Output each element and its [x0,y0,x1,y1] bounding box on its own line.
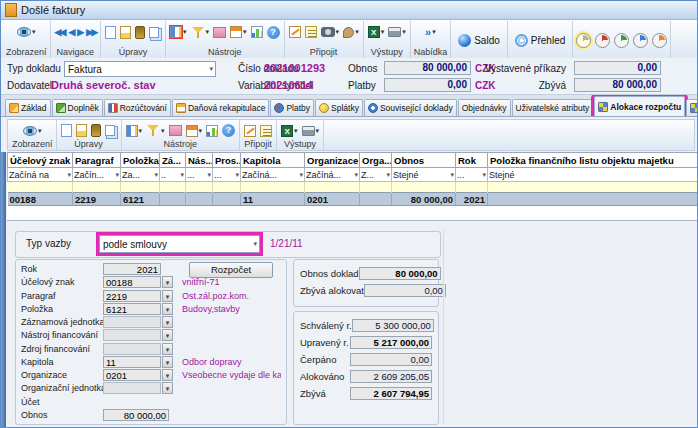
column-header-nas[interactable]: Nás... [186,153,213,168]
alloc-excel-button[interactable]: ▾ [280,124,299,138]
filter-cell[interactable]: ...▾ [456,168,488,182]
kapitola-lookup-button[interactable]: ▾ [162,356,173,368]
chart-button[interactable] [250,25,264,39]
new-record-button[interactable] [104,25,117,40]
paragraf-field[interactable]: 2219 [103,290,161,302]
obnos-field[interactable]: 80 000,00 [103,409,169,421]
column-header-rok[interactable]: Rok [456,153,488,168]
nav-prev-button[interactable]: ◀ [67,24,74,40]
camera-button[interactable]: ▾ [320,26,341,38]
nastroj-financovani-field[interactable] [103,329,161,341]
pie-quadrant-green-icon[interactable] [614,33,629,48]
grid-data-row[interactable]: 00188 2219 6121 11 0201 80 000,00 2021 [8,193,698,206]
zdroj-financovani-lookup-button[interactable]: ▾ [162,343,173,355]
excel-export-button[interactable]: ▾ [367,25,386,39]
column-header-organizace[interactable]: Organizace [305,153,360,168]
organizace-lookup-button[interactable]: ▾ [162,369,173,381]
ucelovy-znak-lookup-button[interactable]: ▾ [162,276,173,288]
filter-cell[interactable]: Začíná...▾ [305,168,360,182]
filter-cell[interactable]: ..▾ [160,168,186,182]
edit-record-button[interactable] [119,25,132,40]
vertical-splitter[interactable] [443,229,445,424]
zaznamova-jednotka-lookup-button[interactable]: ▾ [162,316,173,328]
column-header-kapitola[interactable]: Kapitola [241,153,305,168]
help-button[interactable] [266,25,281,40]
organizacni-jednotka-lookup-button[interactable]: ▾ [162,382,173,394]
filter-button[interactable]: ▾ [190,25,211,40]
tab-alokace-rozpoctu[interactable]: Alokace rozpočtu [594,96,685,116]
prehled-button[interactable]: Přehled [511,34,569,47]
nastroj-financovani-lookup-button[interactable]: ▾ [162,329,173,341]
typ-dokladu-combobox[interactable]: Faktura▾ [64,61,216,77]
saldo-button[interactable]: Saldo [454,34,504,47]
column-header-obnos[interactable]: Obnos [392,153,456,168]
alloc-view-mode-button[interactable]: ▾ [22,125,43,137]
filter-cell[interactable]: ...▾ [186,168,213,182]
typ-vazby-combobox[interactable]: podle smlouvy▾ [99,235,260,253]
filter-cell[interactable]: Začíná na▾ [8,168,73,182]
delete-record-button[interactable] [134,25,146,40]
alloc-columns-button[interactable]: ▾ [125,124,144,138]
organizace-field[interactable]: 0201 [103,369,161,381]
column-header-paragraf[interactable]: Paragraf [73,153,121,168]
filter-cell[interactable]: Začín...▾ [73,168,121,182]
filter-cell[interactable]: Stejné [488,168,698,182]
zdroj-financovani-field[interactable] [103,343,161,355]
tab-danova-rekapitulace[interactable]: Daňová rekapitulace [172,99,270,116]
organizacni-jednotka-field[interactable] [103,382,161,394]
alloc-copy-button[interactable] [104,124,118,137]
filter-cell[interactable]: Začíná...▾ [241,168,305,182]
tab-objednavky[interactable]: Objednávky [458,99,511,116]
clip-button[interactable]: ▾ [342,26,360,39]
grid-new-filter-row[interactable] [8,182,698,193]
pie-quadrant-gray-icon[interactable] [576,33,591,48]
tab-rozuctovani[interactable]: Rozúčtování [104,99,171,116]
paragraf-lookup-button[interactable]: ▾ [162,290,173,302]
menu-button[interactable]: ▾ [424,24,437,40]
column-header-orga[interactable]: Orga... [360,153,392,168]
window-titlebar[interactable]: Došlé faktury [1,1,697,20]
polozka-field[interactable]: 6121 [103,303,161,315]
column-header-polozka-fin-listu[interactable]: Položka finančního listu objektu majetku [488,153,698,168]
filter-cell[interactable]: Stejné▾ [392,168,456,182]
column-header-polozka[interactable]: Položka [121,153,160,168]
polozka-lookup-button[interactable]: ▾ [162,303,173,315]
tab-zaklad[interactable]: Základ [5,99,51,116]
copy-record-button[interactable] [148,26,162,39]
column-header-ucelovy-znak[interactable]: Účelový znak [8,153,73,168]
alloc-new-button[interactable] [60,123,73,138]
alloc-sum-button[interactable] [168,124,183,137]
alloc-scheduler-button[interactable]: ▾ [185,124,204,138]
kapitola-field[interactable]: 11 [103,356,161,368]
column-header-pros[interactable]: Pros... [213,153,241,168]
filter-cell[interactable]: Za...▾ [121,168,160,182]
alloc-list-button[interactable] [259,124,273,138]
sum-button[interactable] [212,26,227,39]
alloc-help-button[interactable] [221,123,236,138]
tab-splatky[interactable]: Splátky [315,99,363,116]
tab-souvisejici-doklady[interactable]: Související doklady [364,99,457,116]
note-button[interactable] [288,25,302,39]
pie-quadrant-blue-icon[interactable] [633,33,648,48]
pie-quadrant-red-icon[interactable] [595,33,610,48]
print-button[interactable]: ▾ [387,26,407,38]
tab-platby[interactable]: Platby [270,99,314,116]
filter-cell[interactable]: Z...▾ [360,168,392,182]
columns-button[interactable]: ▾ [169,25,188,39]
tab-doplnek[interactable]: Doplněk [52,99,103,116]
nav-last-button[interactable]: ▶▶ [85,24,97,40]
list-button[interactable] [304,25,318,39]
alloc-edit-button[interactable] [75,123,88,138]
tab-uzivatelske-atributy[interactable]: Uživatelské atributy [512,99,594,116]
scheduler-button[interactable]: ▾ [229,25,248,39]
nav-first-button[interactable]: ◀◀ [54,24,66,40]
alloc-chart-button[interactable] [205,124,219,138]
rok-field[interactable]: 2021 [103,263,161,275]
ucelovy-znak-field[interactable]: 00188 [103,276,161,288]
pie-quadrant-orange-icon[interactable] [652,33,667,48]
alloc-filter-button[interactable]: ▾ [145,123,166,138]
alloc-note-button[interactable] [243,124,257,138]
column-header-za[interactable]: Zá... [160,153,186,168]
filter-cell[interactable]: ...▾ [213,168,241,182]
alloc-delete-button[interactable] [90,123,102,138]
